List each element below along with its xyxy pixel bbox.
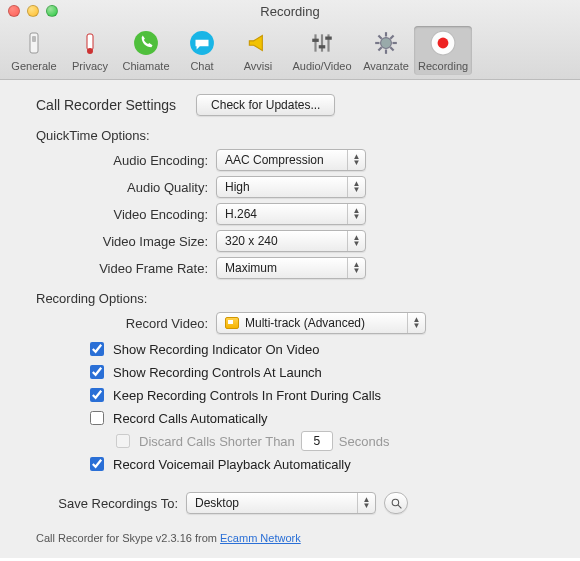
chevron-updown-icon: ▲▼ <box>347 177 365 197</box>
chevron-updown-icon: ▲▼ <box>347 258 365 278</box>
window-title: Recording <box>0 4 580 19</box>
checkbox-label: Keep Recording Controls In Front During … <box>113 388 381 403</box>
discard-prefix: Discard Calls Shorter Than <box>139 434 295 449</box>
chk-show-controls-launch[interactable]: Show Recording Controls At Launch <box>86 362 552 382</box>
svg-point-23 <box>392 499 399 506</box>
checkbox[interactable] <box>90 365 104 379</box>
multitrack-icon <box>225 317 239 329</box>
tab-recording[interactable]: Recording <box>414 26 472 75</box>
phone-icon <box>131 28 161 58</box>
svg-point-12 <box>381 38 392 49</box>
sliders-icon <box>307 28 337 58</box>
svg-line-24 <box>398 505 401 508</box>
record-icon <box>428 28 458 58</box>
video-encoding-label: Video Encoding: <box>36 207 216 222</box>
record-video-label: Record Video: <box>36 316 216 331</box>
svg-rect-11 <box>325 37 332 40</box>
video-image-size-select[interactable]: 320 x 240 ▲▼ <box>216 230 366 252</box>
tab-label: Privacy <box>72 60 108 72</box>
close-icon[interactable] <box>8 5 20 17</box>
ecamm-link[interactable]: Ecamm Network <box>220 532 301 544</box>
audio-encoding-label: Audio Encoding: <box>36 153 216 168</box>
checkbox-label: Record Calls Automatically <box>113 411 268 426</box>
minimize-icon[interactable] <box>27 5 39 17</box>
tab-label: Generale <box>11 60 56 72</box>
discard-suffix: Seconds <box>339 434 390 449</box>
chk-voicemail[interactable]: Record Voicemail Playback Automatically <box>86 454 552 474</box>
select-value: High <box>225 180 250 194</box>
svg-point-22 <box>438 38 449 49</box>
svg-rect-7 <box>321 34 323 51</box>
checkbox[interactable] <box>90 342 104 356</box>
save-to-select[interactable]: Desktop ▲▼ <box>186 492 376 514</box>
chevron-updown-icon: ▲▼ <box>347 150 365 170</box>
select-value: Multi-track (Advanced) <box>245 316 365 330</box>
checkbox[interactable] <box>90 457 104 471</box>
tab-chiamate[interactable]: Chiamate <box>118 26 174 75</box>
content-pane: Call Recorder Settings Check for Updates… <box>0 80 580 558</box>
tab-label: Chat <box>190 60 213 72</box>
titlebar: Recording <box>0 0 580 22</box>
tab-label: Avanzate <box>363 60 409 72</box>
video-frame-rate-select[interactable]: Maximum ▲▼ <box>216 257 366 279</box>
check-updates-button[interactable]: Check for Updates... <box>196 94 335 116</box>
tab-label: Chiamate <box>122 60 169 72</box>
checkbox[interactable] <box>90 388 104 402</box>
megaphone-icon <box>243 28 273 58</box>
checkbox-label: Record Voicemail Playback Automatically <box>113 457 351 472</box>
chat-icon <box>187 28 217 58</box>
svg-line-20 <box>390 35 393 38</box>
tab-chat[interactable]: Chat <box>174 26 230 75</box>
chevron-updown-icon: ▲▼ <box>407 313 425 333</box>
svg-rect-2 <box>87 34 93 50</box>
chk-show-indicator[interactable]: Show Recording Indicator On Video <box>86 339 552 359</box>
svg-line-18 <box>390 47 393 50</box>
select-value: AAC Compression <box>225 153 324 167</box>
select-value: H.264 <box>225 207 257 221</box>
checkbox-label: Show Recording Indicator On Video <box>113 342 319 357</box>
tab-avvisi[interactable]: Avvisi <box>230 26 286 75</box>
chk-keep-front[interactable]: Keep Recording Controls In Front During … <box>86 385 552 405</box>
audio-quality-select[interactable]: High ▲▼ <box>216 176 366 198</box>
video-encoding-select[interactable]: H.264 ▲▼ <box>216 203 366 225</box>
svg-line-19 <box>378 47 381 50</box>
magnifier-icon <box>390 497 403 510</box>
select-value: Desktop <box>195 496 239 510</box>
footer-text: Call Recorder for Skype v2.3.16 from <box>36 532 220 544</box>
gear-icon <box>371 28 401 58</box>
tab-privacy[interactable]: Privacy <box>62 26 118 75</box>
chevron-updown-icon: ▲▼ <box>347 204 365 224</box>
discard-seconds-field[interactable] <box>301 431 333 451</box>
chk-auto-record[interactable]: Record Calls Automatically <box>86 408 552 428</box>
recording-section-title: Recording Options: <box>36 291 552 306</box>
chevron-updown-icon: ▲▼ <box>347 231 365 251</box>
checkbox <box>116 434 130 448</box>
privacy-icon <box>75 28 105 58</box>
tab-generale[interactable]: Generale <box>6 26 62 75</box>
svg-rect-10 <box>319 45 326 48</box>
record-video-select[interactable]: Multi-track (Advanced) ▲▼ <box>216 312 426 334</box>
tab-label: Avvisi <box>244 60 273 72</box>
audio-encoding-select[interactable]: AAC Compression ▲▼ <box>216 149 366 171</box>
svg-line-17 <box>378 35 381 38</box>
svg-rect-1 <box>32 36 36 42</box>
svg-point-3 <box>87 48 93 54</box>
page-title: Call Recorder Settings <box>36 97 176 113</box>
select-value: Maximum <box>225 261 277 275</box>
quicktime-section-title: QuickTime Options: <box>36 128 552 143</box>
toolbar: Generale Privacy Chiamate Chat Avvisi <box>0 22 580 79</box>
select-value: 320 x 240 <box>225 234 278 248</box>
audio-quality-label: Audio Quality: <box>36 180 216 195</box>
tab-avanzate[interactable]: Avanzate <box>358 26 414 75</box>
switch-icon <box>19 28 49 58</box>
video-frame-rate-label: Video Frame Rate: <box>36 261 216 276</box>
checkbox-label: Show Recording Controls At Launch <box>113 365 322 380</box>
checkbox[interactable] <box>90 411 104 425</box>
zoom-icon[interactable] <box>46 5 58 17</box>
reveal-in-finder-button[interactable] <box>384 492 408 514</box>
tab-label: Audio/Video <box>292 60 351 72</box>
tab-label: Recording <box>418 60 468 72</box>
tab-audio-video[interactable]: Audio/Video <box>286 26 358 75</box>
svg-rect-6 <box>314 34 316 51</box>
video-image-size-label: Video Image Size: <box>36 234 216 249</box>
